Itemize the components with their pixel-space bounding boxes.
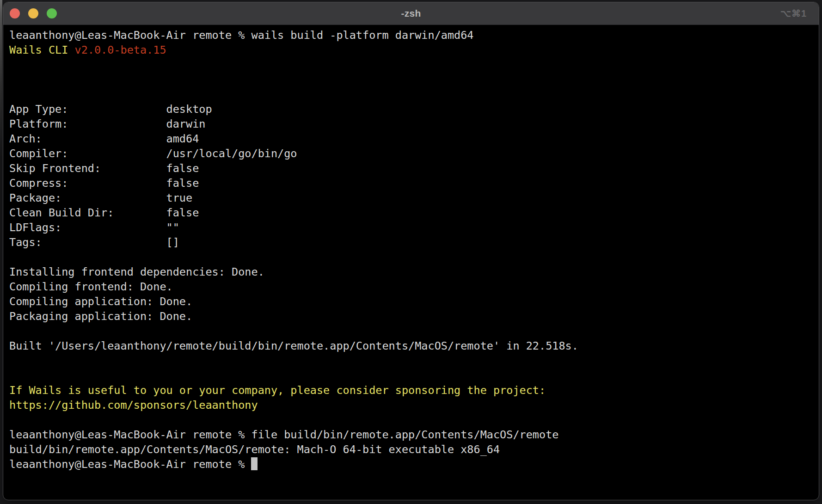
- close-button[interactable]: [10, 8, 20, 18]
- terminal-text-segment: App Type: desktop: [9, 103, 212, 116]
- terminal-line: Installing frontend dependencies: Done.: [9, 264, 819, 279]
- terminal-line: Clean Build Dir: false: [9, 205, 819, 220]
- terminal-line: Built '/Users/leaanthony/remote/build/bi…: [9, 338, 819, 353]
- terminal-line: Arch: amd64: [9, 131, 819, 146]
- terminal-line: Compiler: /usr/local/go/bin/go: [9, 146, 819, 161]
- terminal-line: [9, 412, 819, 427]
- terminal-line: [9, 353, 819, 368]
- terminal-line: Compiling frontend: Done.: [9, 279, 819, 294]
- terminal-line: [9, 87, 819, 102]
- terminal-line: leaanthony@Leas-MacBook-Air remote % wai…: [9, 28, 819, 43]
- titlebar[interactable]: -zsh ⌥⌘1: [3, 2, 819, 25]
- terminal-text-segment: Compiling frontend: Done.: [9, 280, 173, 293]
- terminal-line: https://github.com/sponsors/leaanthony: [9, 398, 819, 412]
- terminal-text-segment: leaanthony@Leas-MacBook-Air remote % wai…: [9, 29, 474, 42]
- terminal-line: Package: true: [9, 191, 819, 205]
- terminal-line: Skip Frontend: false: [9, 161, 819, 176]
- terminal-text-segment: Compiler: /usr/local/go/bin/go: [9, 147, 297, 160]
- terminal-text-segment: Compress: false: [9, 177, 199, 190]
- terminal-text-segment: v2.0.0-beta.15: [74, 43, 166, 56]
- terminal-text-segment: Wails CLI: [9, 43, 74, 56]
- terminal-line: Packaging application: Done.: [9, 309, 819, 324]
- zoom-button[interactable]: [47, 8, 57, 18]
- terminal-text-segment: Installing frontend dependencies: Done.: [9, 265, 264, 278]
- terminal-line: [9, 324, 819, 338]
- terminal-text-segment: leaanthony@Leas-MacBook-Air remote %: [9, 458, 251, 471]
- terminal-text-segment: build/bin/remote.app/Contents/MacOS/remo…: [9, 443, 500, 456]
- terminal-text-segment: Package: true: [9, 191, 192, 204]
- terminal-text-segment: Packaging application: Done.: [9, 310, 192, 323]
- terminal-text-segment: Built '/Users/leaanthony/remote/build/bi…: [9, 339, 578, 352]
- terminal-line: LDFlags: "": [9, 220, 819, 235]
- terminal-text-segment: Skip Frontend: false: [9, 162, 199, 175]
- terminal-line: leaanthony@Leas-MacBook-Air remote %: [9, 457, 819, 472]
- terminal-text-segment: Arch: amd64: [9, 132, 199, 145]
- terminal-output[interactable]: leaanthony@Leas-MacBook-Air remote % wai…: [3, 25, 819, 500]
- terminal-line: Compiling application: Done.: [9, 294, 819, 309]
- window-shortcut-badge: ⌥⌘1: [780, 8, 807, 19]
- traffic-lights: [3, 8, 57, 18]
- terminal-line: Platform: darwin: [9, 117, 819, 131]
- terminal-line: Tags: []: [9, 235, 819, 250]
- terminal-text-segment: leaanthony@Leas-MacBook-Air remote % fil…: [9, 428, 558, 441]
- terminal-cursor: [251, 457, 258, 470]
- terminal-text-segment: Tags: []: [9, 236, 179, 249]
- terminal-line: leaanthony@Leas-MacBook-Air remote % fil…: [9, 427, 819, 442]
- terminal-line: App Type: desktop: [9, 102, 819, 117]
- terminal-text-segment: If Wails is useful to you or your compan…: [9, 384, 546, 397]
- terminal-line: [9, 250, 819, 264]
- terminal-window: -zsh ⌥⌘1 leaanthony@Leas-MacBook-Air rem…: [3, 2, 819, 500]
- terminal-line: [9, 368, 819, 383]
- window-title: -zsh: [3, 8, 819, 19]
- terminal-line: Compress: false: [9, 176, 819, 191]
- terminal-text-segment: Platform: darwin: [9, 117, 205, 130]
- terminal-line: If Wails is useful to you or your compan…: [9, 383, 819, 398]
- terminal-text-segment: Compiling application: Done.: [9, 295, 192, 308]
- terminal-line: [9, 57, 819, 72]
- background-window-edge: [0, 0, 2, 157]
- terminal-text-segment: Clean Build Dir: false: [9, 206, 199, 219]
- terminal-line: Wails CLI v2.0.0-beta.15: [9, 43, 819, 57]
- terminal-line: [9, 72, 819, 87]
- terminal-text-segment: LDFlags: "": [9, 221, 179, 234]
- terminal-text-segment: https://github.com/sponsors/leaanthony: [9, 399, 258, 412]
- minimize-button[interactable]: [28, 8, 38, 18]
- terminal-line: build/bin/remote.app/Contents/MacOS/remo…: [9, 442, 819, 457]
